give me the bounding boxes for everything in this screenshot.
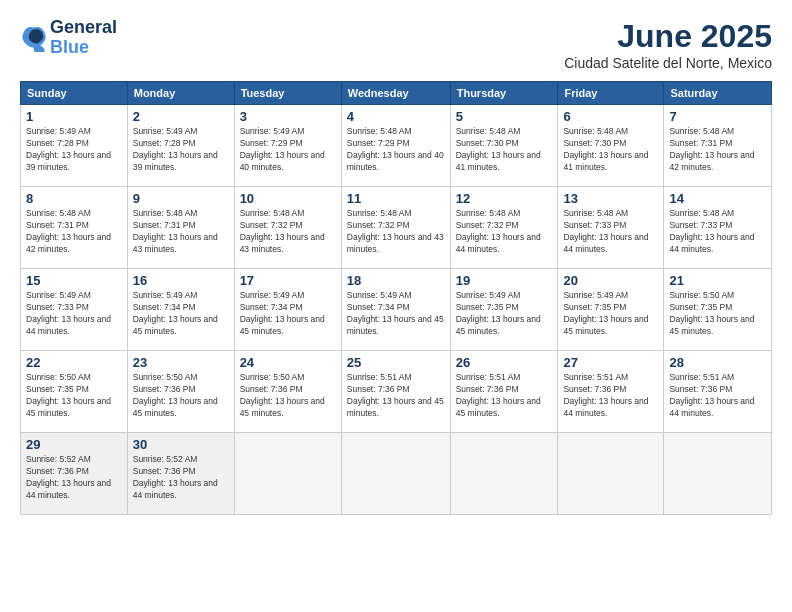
table-row: 26Sunrise: 5:51 AMSunset: 7:36 PMDayligh… bbox=[450, 351, 558, 433]
calendar-week-row: 1Sunrise: 5:49 AMSunset: 7:28 PMDaylight… bbox=[21, 105, 772, 187]
day-number: 20 bbox=[563, 273, 658, 288]
table-row: 1Sunrise: 5:49 AMSunset: 7:28 PMDaylight… bbox=[21, 105, 128, 187]
logo-text: General Blue bbox=[50, 18, 117, 58]
day-number: 24 bbox=[240, 355, 336, 370]
table-row: 13Sunrise: 5:48 AMSunset: 7:33 PMDayligh… bbox=[558, 187, 664, 269]
table-row: 18Sunrise: 5:49 AMSunset: 7:34 PMDayligh… bbox=[341, 269, 450, 351]
day-number: 7 bbox=[669, 109, 766, 124]
table-row: 4Sunrise: 5:48 AMSunset: 7:29 PMDaylight… bbox=[341, 105, 450, 187]
day-info: Sunrise: 5:50 AMSunset: 7:35 PMDaylight:… bbox=[26, 372, 122, 420]
day-info: Sunrise: 5:50 AMSunset: 7:36 PMDaylight:… bbox=[240, 372, 336, 420]
main-title: June 2025 bbox=[564, 18, 772, 55]
header: General Blue June 2025 Ciudad Satelite d… bbox=[20, 18, 772, 71]
table-row: 24Sunrise: 5:50 AMSunset: 7:36 PMDayligh… bbox=[234, 351, 341, 433]
day-number: 19 bbox=[456, 273, 553, 288]
day-number: 11 bbox=[347, 191, 445, 206]
day-info: Sunrise: 5:51 AMSunset: 7:36 PMDaylight:… bbox=[347, 372, 445, 420]
day-number: 6 bbox=[563, 109, 658, 124]
table-row: 30Sunrise: 5:52 AMSunset: 7:36 PMDayligh… bbox=[127, 433, 234, 515]
calendar-week-row: 15Sunrise: 5:49 AMSunset: 7:33 PMDayligh… bbox=[21, 269, 772, 351]
table-row: 29Sunrise: 5:52 AMSunset: 7:36 PMDayligh… bbox=[21, 433, 128, 515]
table-row: 9Sunrise: 5:48 AMSunset: 7:31 PMDaylight… bbox=[127, 187, 234, 269]
table-row bbox=[234, 433, 341, 515]
day-number: 12 bbox=[456, 191, 553, 206]
logo-icon bbox=[20, 24, 48, 52]
col-sunday: Sunday bbox=[21, 82, 128, 105]
day-info: Sunrise: 5:51 AMSunset: 7:36 PMDaylight:… bbox=[563, 372, 658, 420]
day-info: Sunrise: 5:48 AMSunset: 7:32 PMDaylight:… bbox=[240, 208, 336, 256]
day-number: 26 bbox=[456, 355, 553, 370]
col-thursday: Thursday bbox=[450, 82, 558, 105]
day-number: 9 bbox=[133, 191, 229, 206]
calendar-week-row: 8Sunrise: 5:48 AMSunset: 7:31 PMDaylight… bbox=[21, 187, 772, 269]
day-info: Sunrise: 5:48 AMSunset: 7:31 PMDaylight:… bbox=[26, 208, 122, 256]
table-row: 19Sunrise: 5:49 AMSunset: 7:35 PMDayligh… bbox=[450, 269, 558, 351]
calendar-table: Sunday Monday Tuesday Wednesday Thursday… bbox=[20, 81, 772, 515]
table-row: 11Sunrise: 5:48 AMSunset: 7:32 PMDayligh… bbox=[341, 187, 450, 269]
table-row: 14Sunrise: 5:48 AMSunset: 7:33 PMDayligh… bbox=[664, 187, 772, 269]
table-row: 15Sunrise: 5:49 AMSunset: 7:33 PMDayligh… bbox=[21, 269, 128, 351]
day-number: 5 bbox=[456, 109, 553, 124]
col-friday: Friday bbox=[558, 82, 664, 105]
table-row: 6Sunrise: 5:48 AMSunset: 7:30 PMDaylight… bbox=[558, 105, 664, 187]
day-number: 23 bbox=[133, 355, 229, 370]
day-number: 17 bbox=[240, 273, 336, 288]
day-info: Sunrise: 5:52 AMSunset: 7:36 PMDaylight:… bbox=[26, 454, 122, 502]
day-number: 27 bbox=[563, 355, 658, 370]
calendar-week-row: 22Sunrise: 5:50 AMSunset: 7:35 PMDayligh… bbox=[21, 351, 772, 433]
day-info: Sunrise: 5:49 AMSunset: 7:28 PMDaylight:… bbox=[26, 126, 122, 174]
day-info: Sunrise: 5:48 AMSunset: 7:31 PMDaylight:… bbox=[669, 126, 766, 174]
day-number: 10 bbox=[240, 191, 336, 206]
table-row: 7Sunrise: 5:48 AMSunset: 7:31 PMDaylight… bbox=[664, 105, 772, 187]
day-number: 22 bbox=[26, 355, 122, 370]
day-info: Sunrise: 5:52 AMSunset: 7:36 PMDaylight:… bbox=[133, 454, 229, 502]
col-saturday: Saturday bbox=[664, 82, 772, 105]
day-info: Sunrise: 5:49 AMSunset: 7:33 PMDaylight:… bbox=[26, 290, 122, 338]
day-number: 8 bbox=[26, 191, 122, 206]
table-row bbox=[664, 433, 772, 515]
day-info: Sunrise: 5:49 AMSunset: 7:35 PMDaylight:… bbox=[563, 290, 658, 338]
col-tuesday: Tuesday bbox=[234, 82, 341, 105]
table-row: 22Sunrise: 5:50 AMSunset: 7:35 PMDayligh… bbox=[21, 351, 128, 433]
table-row bbox=[341, 433, 450, 515]
subtitle: Ciudad Satelite del Norte, Mexico bbox=[564, 55, 772, 71]
table-row: 2Sunrise: 5:49 AMSunset: 7:28 PMDaylight… bbox=[127, 105, 234, 187]
day-number: 4 bbox=[347, 109, 445, 124]
table-row: 10Sunrise: 5:48 AMSunset: 7:32 PMDayligh… bbox=[234, 187, 341, 269]
day-number: 18 bbox=[347, 273, 445, 288]
table-row bbox=[558, 433, 664, 515]
day-info: Sunrise: 5:48 AMSunset: 7:30 PMDaylight:… bbox=[563, 126, 658, 174]
day-number: 30 bbox=[133, 437, 229, 452]
day-number: 15 bbox=[26, 273, 122, 288]
day-number: 16 bbox=[133, 273, 229, 288]
day-info: Sunrise: 5:50 AMSunset: 7:36 PMDaylight:… bbox=[133, 372, 229, 420]
logo: General Blue bbox=[20, 18, 117, 58]
day-info: Sunrise: 5:48 AMSunset: 7:32 PMDaylight:… bbox=[456, 208, 553, 256]
page: General Blue June 2025 Ciudad Satelite d… bbox=[0, 0, 792, 612]
logo-line1: General bbox=[50, 18, 117, 38]
table-row: 28Sunrise: 5:51 AMSunset: 7:36 PMDayligh… bbox=[664, 351, 772, 433]
day-info: Sunrise: 5:48 AMSunset: 7:29 PMDaylight:… bbox=[347, 126, 445, 174]
day-info: Sunrise: 5:51 AMSunset: 7:36 PMDaylight:… bbox=[669, 372, 766, 420]
day-number: 21 bbox=[669, 273, 766, 288]
table-row: 17Sunrise: 5:49 AMSunset: 7:34 PMDayligh… bbox=[234, 269, 341, 351]
day-info: Sunrise: 5:49 AMSunset: 7:34 PMDaylight:… bbox=[133, 290, 229, 338]
table-row: 20Sunrise: 5:49 AMSunset: 7:35 PMDayligh… bbox=[558, 269, 664, 351]
table-row: 27Sunrise: 5:51 AMSunset: 7:36 PMDayligh… bbox=[558, 351, 664, 433]
day-info: Sunrise: 5:48 AMSunset: 7:30 PMDaylight:… bbox=[456, 126, 553, 174]
table-row bbox=[450, 433, 558, 515]
table-row: 12Sunrise: 5:48 AMSunset: 7:32 PMDayligh… bbox=[450, 187, 558, 269]
table-row: 8Sunrise: 5:48 AMSunset: 7:31 PMDaylight… bbox=[21, 187, 128, 269]
table-row: 16Sunrise: 5:49 AMSunset: 7:34 PMDayligh… bbox=[127, 269, 234, 351]
day-info: Sunrise: 5:48 AMSunset: 7:31 PMDaylight:… bbox=[133, 208, 229, 256]
day-info: Sunrise: 5:48 AMSunset: 7:33 PMDaylight:… bbox=[669, 208, 766, 256]
col-monday: Monday bbox=[127, 82, 234, 105]
title-block: June 2025 Ciudad Satelite del Norte, Mex… bbox=[564, 18, 772, 71]
day-info: Sunrise: 5:49 AMSunset: 7:35 PMDaylight:… bbox=[456, 290, 553, 338]
table-row: 25Sunrise: 5:51 AMSunset: 7:36 PMDayligh… bbox=[341, 351, 450, 433]
calendar-week-row: 29Sunrise: 5:52 AMSunset: 7:36 PMDayligh… bbox=[21, 433, 772, 515]
calendar-header-row: Sunday Monday Tuesday Wednesday Thursday… bbox=[21, 82, 772, 105]
day-info: Sunrise: 5:49 AMSunset: 7:29 PMDaylight:… bbox=[240, 126, 336, 174]
day-number: 14 bbox=[669, 191, 766, 206]
day-info: Sunrise: 5:50 AMSunset: 7:35 PMDaylight:… bbox=[669, 290, 766, 338]
